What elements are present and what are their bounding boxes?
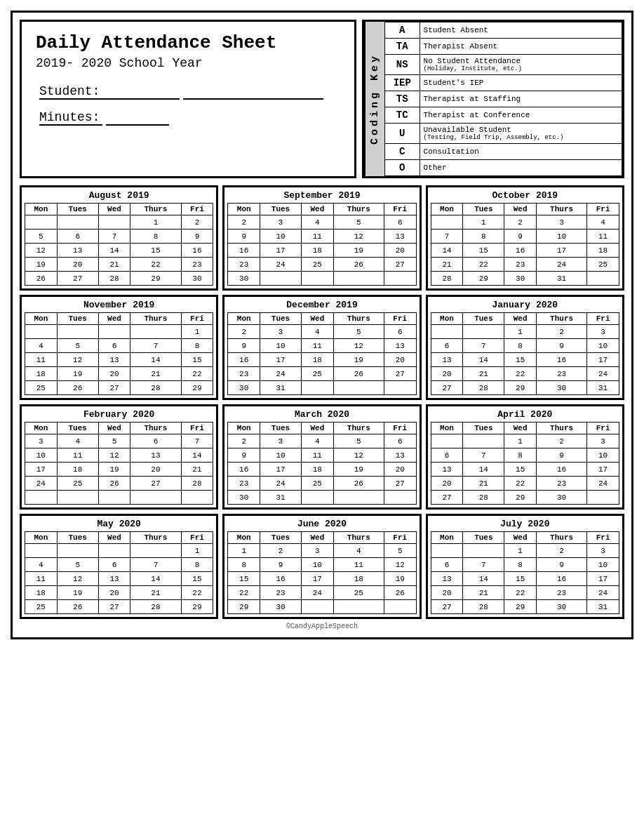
day-cell[interactable] xyxy=(384,272,416,286)
day-cell[interactable]: 26 xyxy=(98,477,130,491)
day-cell[interactable] xyxy=(25,215,58,230)
day-cell[interactable]: 31 xyxy=(260,381,302,395)
day-cell[interactable]: 5 xyxy=(98,434,130,448)
day-cell[interactable]: 25 xyxy=(333,586,384,600)
day-cell[interactable]: 25 xyxy=(301,367,333,381)
day-cell[interactable] xyxy=(301,600,333,614)
day-cell[interactable]: 11 xyxy=(301,230,333,244)
day-cell[interactable]: 24 xyxy=(301,586,333,600)
day-cell[interactable]: 28 xyxy=(431,272,463,286)
day-cell[interactable]: 1 xyxy=(504,544,537,558)
day-cell[interactable]: 18 xyxy=(301,463,333,477)
day-cell[interactable]: 17 xyxy=(260,353,302,367)
day-cell[interactable]: 14 xyxy=(181,448,213,463)
day-cell[interactable] xyxy=(431,434,463,448)
day-cell[interactable]: 22 xyxy=(463,258,504,272)
day-cell[interactable] xyxy=(333,272,384,286)
day-cell[interactable]: 21 xyxy=(130,586,181,600)
day-cell[interactable]: 30 xyxy=(537,491,587,505)
day-cell[interactable]: 27 xyxy=(384,367,416,381)
day-cell[interactable] xyxy=(57,325,98,339)
day-cell[interactable]: 5 xyxy=(25,230,58,244)
day-cell[interactable]: 20 xyxy=(98,586,130,600)
day-cell[interactable]: 12 xyxy=(98,448,130,463)
day-cell[interactable] xyxy=(384,491,416,505)
day-cell[interactable]: 4 xyxy=(587,215,619,230)
day-cell[interactable]: 2 xyxy=(228,215,260,230)
day-cell[interactable]: 21 xyxy=(463,367,504,381)
day-cell[interactable]: 16 xyxy=(228,244,260,258)
day-cell[interactable]: 8 xyxy=(504,448,537,463)
day-cell[interactable]: 28 xyxy=(463,600,504,614)
day-cell[interactable]: 29 xyxy=(228,600,260,614)
day-cell[interactable]: 26 xyxy=(57,381,98,395)
day-cell[interactable]: 25 xyxy=(25,600,58,614)
day-cell[interactable]: 31 xyxy=(260,491,302,505)
day-cell[interactable]: 26 xyxy=(384,586,416,600)
day-cell[interactable]: 14 xyxy=(431,244,463,258)
day-cell[interactable] xyxy=(130,491,181,505)
day-cell[interactable]: 29 xyxy=(504,381,537,395)
day-cell[interactable]: 29 xyxy=(181,381,213,395)
day-cell[interactable]: 2 xyxy=(537,434,587,448)
day-cell[interactable]: 11 xyxy=(587,230,619,244)
day-cell[interactable]: 16 xyxy=(537,353,587,367)
day-cell[interactable]: 10 xyxy=(587,448,619,463)
day-cell[interactable]: 24 xyxy=(587,367,619,381)
day-cell[interactable]: 18 xyxy=(301,244,333,258)
day-cell[interactable]: 12 xyxy=(333,230,384,244)
day-cell[interactable]: 24 xyxy=(260,258,302,272)
day-cell[interactable]: 24 xyxy=(587,477,619,491)
day-cell[interactable]: 30 xyxy=(228,272,260,286)
day-cell[interactable]: 24 xyxy=(587,586,619,600)
day-cell[interactable]: 17 xyxy=(587,353,619,367)
day-cell[interactable]: 2 xyxy=(537,325,587,339)
day-cell[interactable]: 3 xyxy=(260,215,302,230)
day-cell[interactable]: 22 xyxy=(504,477,537,491)
day-cell[interactable]: 21 xyxy=(130,367,181,381)
day-cell[interactable]: 22 xyxy=(228,586,260,600)
day-cell[interactable]: 27 xyxy=(431,381,463,395)
day-cell[interactable]: 23 xyxy=(537,586,587,600)
day-cell[interactable]: 23 xyxy=(181,258,213,272)
day-cell[interactable]: 23 xyxy=(537,477,587,491)
day-cell[interactable]: 16 xyxy=(228,463,260,477)
day-cell[interactable]: 3 xyxy=(537,215,587,230)
day-cell[interactable] xyxy=(333,600,384,614)
day-cell[interactable]: 8 xyxy=(130,230,181,244)
day-cell[interactable]: 1 xyxy=(463,215,504,230)
day-cell[interactable]: 27 xyxy=(130,477,181,491)
day-cell[interactable]: 31 xyxy=(537,272,587,286)
day-cell[interactable]: 20 xyxy=(57,258,98,272)
day-cell[interactable]: 24 xyxy=(25,477,58,491)
day-cell[interactable]: 10 xyxy=(301,558,333,572)
day-cell[interactable]: 13 xyxy=(57,244,98,258)
day-cell[interactable]: 3 xyxy=(587,544,619,558)
day-cell[interactable] xyxy=(431,325,463,339)
day-cell[interactable]: 7 xyxy=(181,434,213,448)
day-cell[interactable] xyxy=(384,600,416,614)
day-cell[interactable] xyxy=(25,491,58,505)
day-cell[interactable]: 21 xyxy=(463,477,504,491)
day-cell[interactable]: 20 xyxy=(130,463,181,477)
day-cell[interactable]: 23 xyxy=(228,477,260,491)
day-cell[interactable]: 22 xyxy=(504,367,537,381)
day-cell[interactable]: 28 xyxy=(463,381,504,395)
day-cell[interactable]: 1 xyxy=(504,434,537,448)
day-cell[interactable]: 4 xyxy=(25,558,58,572)
day-cell[interactable]: 10 xyxy=(537,230,587,244)
day-cell[interactable]: 3 xyxy=(260,434,302,448)
day-cell[interactable]: 24 xyxy=(537,258,587,272)
day-cell[interactable]: 15 xyxy=(504,463,537,477)
day-cell[interactable]: 6 xyxy=(431,558,463,572)
day-cell[interactable]: 27 xyxy=(384,258,416,272)
day-cell[interactable]: 22 xyxy=(504,586,537,600)
day-cell[interactable]: 25 xyxy=(301,258,333,272)
day-cell[interactable]: 7 xyxy=(130,339,181,353)
day-cell[interactable]: 11 xyxy=(25,353,58,367)
day-cell[interactable]: 29 xyxy=(463,272,504,286)
day-cell[interactable]: 22 xyxy=(181,586,213,600)
day-cell[interactable]: 19 xyxy=(25,258,58,272)
day-cell[interactable]: 29 xyxy=(504,600,537,614)
day-cell[interactable]: 7 xyxy=(463,339,504,353)
